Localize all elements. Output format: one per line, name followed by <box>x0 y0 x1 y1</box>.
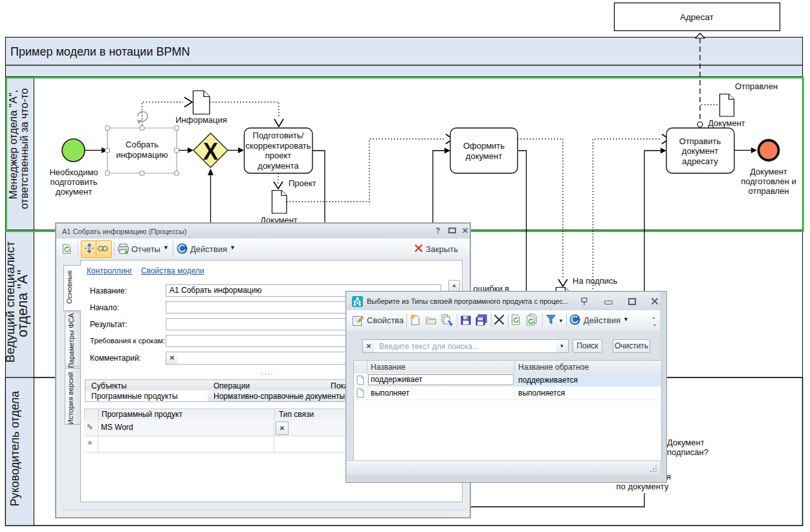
svg-text:адресату: адресату <box>682 156 718 166</box>
svg-text:Проект: Проект <box>289 178 316 188</box>
svg-text:документ: документ <box>56 187 92 197</box>
svg-text:Документ: Документ <box>708 118 745 128</box>
svg-text:по документу: по документу <box>617 482 669 491</box>
svg-text:Документ: Документ <box>750 167 787 176</box>
svg-text:Менеджер отдела "А",: Менеджер отдела "А", <box>7 90 19 199</box>
svg-text:ответственный за что-то: ответственный за что-то <box>18 89 30 209</box>
svg-text:документ: документ <box>466 151 502 161</box>
svg-text:подписан?: подписан? <box>667 447 708 457</box>
svg-text:документ: документ <box>682 146 718 156</box>
svg-text:Документ: Документ <box>667 438 705 447</box>
svg-text:скорректировать: скорректировать <box>245 141 311 151</box>
svg-text:Подготовить/: Подготовить/ <box>253 131 304 140</box>
svg-text:Собрать: Собрать <box>126 140 159 149</box>
svg-text:Адресат: Адресат <box>680 12 714 22</box>
svg-text:информацию: информацию <box>116 150 168 160</box>
svg-text:проект: проект <box>265 151 292 160</box>
svg-text:Информация: Информация <box>175 115 227 125</box>
svg-text:На подпись: На подпись <box>573 276 618 286</box>
svg-text:Пример модели в нотации BPMN: Пример модели в нотации BPMN <box>10 45 190 58</box>
svg-text:Отправлен: Отправлен <box>735 81 778 91</box>
svg-text:Отправить: Отправить <box>679 136 721 146</box>
svg-text:Руководитель отдела: Руководитель отдела <box>8 390 21 507</box>
svg-text:подготовлен и: подготовлен и <box>741 176 796 186</box>
svg-text:X: X <box>203 138 218 165</box>
svg-text:подготовить: подготовить <box>50 177 98 187</box>
svg-text:отдела "А": отдела "А" <box>15 270 30 337</box>
svg-text:документа: документа <box>257 161 299 171</box>
svg-text:отправлен: отправлен <box>748 186 789 196</box>
svg-text:Оформить: Оформить <box>463 141 505 151</box>
svg-text:Необходимо: Необходимо <box>49 167 98 177</box>
